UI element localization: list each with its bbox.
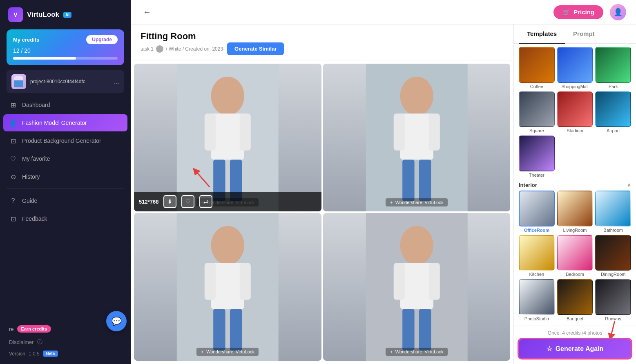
favorite-button-1[interactable]: ♡ bbox=[181, 195, 194, 208]
svg-rect-28 bbox=[419, 309, 431, 351]
tab-templates[interactable]: Templates bbox=[519, 24, 565, 44]
svg-rect-12 bbox=[428, 113, 440, 151]
meta-avatar bbox=[156, 45, 163, 53]
sidebar-item-favorites[interactable]: ♡ My favorite bbox=[3, 150, 127, 167]
template-photostudio[interactable]: PhotoStudio bbox=[519, 279, 555, 321]
share-button-1[interactable]: ⇄ bbox=[199, 195, 212, 208]
svg-point-1 bbox=[211, 77, 244, 115]
image-cell-3: ✦ Wondershare VirtuLook bbox=[134, 213, 321, 361]
sidebar-item-history[interactable]: ⊙ History bbox=[3, 168, 127, 185]
content-area: Fitting Room task 1 / White / Created on… bbox=[131, 24, 636, 364]
template-bedroom[interactable]: Bedroom bbox=[557, 235, 593, 277]
earn-credits-badge[interactable]: Earn credits bbox=[17, 325, 51, 333]
watermark-text-3: Wondershare bbox=[206, 349, 233, 354]
sidebar-nav: ⊞ Dashboard 👤 Fashion Model Generator ⊡ … bbox=[0, 96, 131, 185]
template-theater[interactable]: Theater bbox=[519, 135, 555, 178]
interior-collapse-icon[interactable]: ∧ bbox=[627, 182, 631, 188]
star-icon: ☆ bbox=[547, 345, 552, 353]
ai-badge: AI bbox=[63, 12, 71, 18]
fashion-model-icon: 👤 bbox=[9, 119, 17, 127]
watermark-brand-2: VirtuLook bbox=[425, 200, 444, 205]
version-label: Version bbox=[9, 351, 25, 357]
disclaimer-row[interactable]: Disclaimer ⓘ bbox=[3, 336, 127, 348]
template-label-officeroom: OfficeRoom bbox=[524, 228, 549, 233]
template-banquet[interactable]: Banquet bbox=[557, 279, 593, 321]
template-square[interactable]: Square bbox=[519, 91, 555, 133]
image-inner-4: ✦ Wondershare VirtuLook bbox=[323, 213, 511, 361]
history-icon: ⊙ bbox=[9, 173, 17, 181]
credits-card: My credits Upgrade 12 / 20 bbox=[7, 29, 124, 65]
download-button[interactable]: ⬇ bbox=[163, 195, 176, 208]
template-officeroom[interactable]: OfficeRoom bbox=[519, 191, 555, 233]
template-label-park: Park bbox=[609, 84, 618, 89]
favorites-icon: ♡ bbox=[9, 155, 17, 163]
svg-rect-21 bbox=[230, 309, 242, 351]
chat-bubble-button[interactable]: 💬 bbox=[106, 311, 127, 331]
sidebar-item-label: Fashion Model Generator bbox=[22, 120, 87, 126]
svg-rect-14 bbox=[419, 160, 431, 201]
template-thumb-coffee bbox=[519, 47, 555, 83]
panel-tabs: Templates Prompt bbox=[514, 24, 636, 44]
sidebar-item-product-bg[interactable]: ⊡ Product Background Generator bbox=[3, 132, 127, 149]
template-shoppingmall[interactable]: ShoppingMall bbox=[557, 47, 593, 89]
watermark-3: ✦ Wondershare VirtuLook bbox=[196, 348, 259, 356]
template-thumb-mall bbox=[557, 47, 593, 83]
template-runway[interactable]: Runway bbox=[595, 279, 631, 321]
project-item[interactable]: project-80010cc0f44f4dfc ... bbox=[7, 70, 124, 93]
back-button[interactable]: ← bbox=[141, 6, 154, 19]
sidebar-item-guide[interactable]: ? Guide bbox=[3, 192, 127, 209]
generate-similar-button[interactable]: Generate Similar bbox=[227, 42, 284, 55]
template-label-kitchen: Kitchen bbox=[529, 272, 544, 277]
sidebar-header: V VirtuLook AI bbox=[0, 0, 131, 29]
sidebar-item-dashboard[interactable]: ⊞ Dashboard bbox=[3, 96, 127, 113]
watermark-brand-4: VirtuLook bbox=[425, 349, 444, 354]
template-coffee[interactable]: Coffee bbox=[519, 47, 555, 89]
template-bathroom[interactable]: Bathroom bbox=[595, 191, 631, 233]
version-row: Version 1.0.5 Beta bbox=[3, 348, 127, 359]
tab-prompt[interactable]: Prompt bbox=[565, 24, 603, 44]
theater-grid: Theater bbox=[519, 135, 631, 178]
sidebar-item-fashion-model[interactable]: 👤 Fashion Model Generator bbox=[3, 114, 127, 131]
app-name: VirtuLook bbox=[27, 11, 59, 19]
image-inner-3: ✦ Wondershare VirtuLook bbox=[134, 213, 321, 361]
task-label: task 1 bbox=[141, 46, 154, 52]
upgrade-button[interactable]: Upgrade bbox=[86, 35, 118, 44]
template-diningroom[interactable]: DiningRoom bbox=[595, 235, 631, 277]
project-thumbnail bbox=[11, 74, 26, 89]
template-label-livingroom: LivingRoom bbox=[563, 228, 587, 233]
project-menu-dots[interactable]: ... bbox=[114, 78, 119, 85]
feedback-icon: ⊡ bbox=[9, 215, 17, 223]
divider bbox=[7, 189, 124, 189]
template-label-bathroom: Bathroom bbox=[603, 228, 623, 233]
panel-footer: Once: 4 credits /4 photos ☆ Generate Ag bbox=[514, 326, 636, 364]
sidebar-item-feedback[interactable]: ⊡ Feedback bbox=[3, 210, 127, 227]
fitting-title: Fitting Room bbox=[141, 31, 284, 42]
svg-point-23 bbox=[400, 226, 433, 265]
svg-rect-26 bbox=[428, 263, 440, 300]
svg-rect-19 bbox=[240, 263, 251, 300]
template-thumb-diningroom bbox=[595, 235, 631, 271]
sidebar-item-label: Product Background Generator bbox=[22, 138, 101, 144]
template-label-coffee: Coffee bbox=[530, 84, 543, 89]
user-avatar[interactable]: 👤 bbox=[610, 4, 626, 20]
svg-rect-13 bbox=[402, 160, 414, 201]
watermark-2: ✦ Wondershare VirtuLook bbox=[386, 198, 448, 206]
template-scroll[interactable]: Coffee ShoppingMall Park Square bbox=[514, 44, 636, 326]
svg-point-9 bbox=[400, 77, 433, 115]
template-livingroom[interactable]: LivingRoom bbox=[557, 191, 593, 233]
dashboard-icon: ⊞ bbox=[9, 101, 17, 109]
template-label-bedroom: Bedroom bbox=[566, 272, 584, 277]
template-kitchen[interactable]: Kitchen bbox=[519, 235, 555, 277]
generate-again-button[interactable]: ☆ Generate Again bbox=[519, 339, 631, 358]
pricing-button[interactable]: 🛒 Pricing bbox=[553, 5, 603, 19]
template-park[interactable]: Park bbox=[595, 47, 631, 89]
sidebar-item-label: History bbox=[22, 173, 40, 180]
svg-rect-4 bbox=[240, 113, 251, 151]
beta-badge: Beta bbox=[43, 351, 58, 357]
template-label-airport: Airport bbox=[607, 128, 620, 133]
share-label: re bbox=[9, 326, 14, 332]
disclaimer-icon: ⓘ bbox=[37, 338, 42, 346]
sidebar-item-label: Dashboard bbox=[22, 102, 50, 108]
template-airport[interactable]: Airport bbox=[595, 91, 631, 133]
template-stadium[interactable]: Stadium bbox=[557, 91, 593, 133]
